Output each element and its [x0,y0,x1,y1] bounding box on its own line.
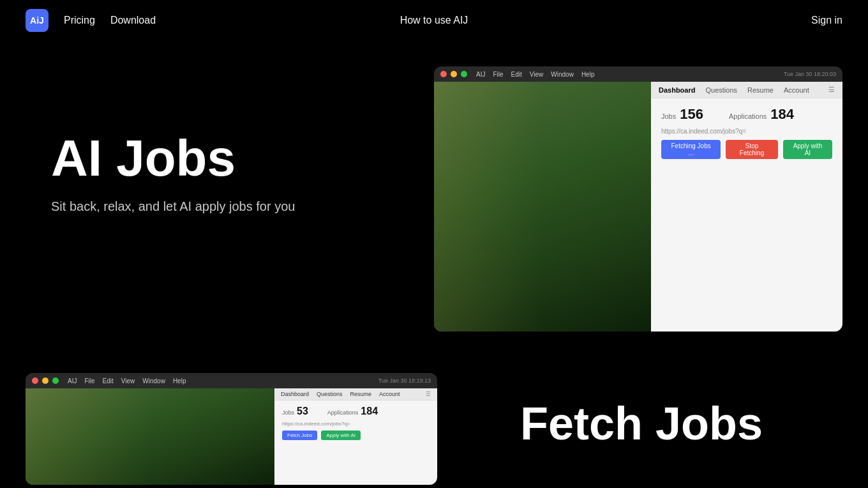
menu-file-small: File [84,377,94,385]
mac-window-body-small: Dashboard Questions Resume Account ☰ Job… [26,388,437,485]
menu-window: Window [551,71,574,78]
titlebar-menu: AIJ File Edit View Window Help [476,71,594,78]
mac-window-small: AIJ File Edit View Window Help Tue Jan 3… [26,373,437,485]
app-navbar-small: Dashboard Questions Resume Account ☰ [274,388,437,400]
hero-text: AI Jobs Sit back, relax, and let AI appl… [51,79,370,214]
app-stats-row-small: Jobs 53 Applications 184 [282,406,430,417]
mac-window-large: AIJ File Edit View Window Help Tue Jan 3… [434,66,842,332]
apply-with-ai-button-small[interactable]: Apply with AI [321,431,361,440]
applications-count: 184 [770,106,794,123]
app-url-large: https://ca.indeed.com/jobs?q= [661,128,832,135]
jobs-count: 156 [680,106,703,123]
menu-view: View [530,71,544,78]
second-section-title: Fetch Jobs [520,399,763,449]
nav-right: Sign in [811,15,842,26]
apply-with-ai-button[interactable]: Apply with AI [783,140,832,159]
hero-subtitle: Sit back, relax, and let AI apply jobs f… [51,199,370,214]
hamburger-icon-small[interactable]: ☰ [426,391,431,397]
jobs-count-small: 53 [297,406,308,417]
app-nav-account-small[interactable]: Account [379,391,400,397]
menu-edit: Edit [511,71,522,78]
menu-help-small: Help [173,377,186,385]
traffic-light-yellow-small [42,377,49,384]
navbar: AiJ Pricing Download How to use AIJ Sign… [0,0,868,41]
logo[interactable]: AiJ [26,9,49,32]
nav-download-link[interactable]: Download [110,15,156,26]
jobs-stat: Jobs 156 [661,106,703,123]
app-stats-row: Jobs 156 Applications 184 [661,106,832,123]
fetch-jobs-button-small[interactable]: Fetch Jobs [282,431,317,440]
app-panel-small: Dashboard Questions Resume Account ☰ Job… [274,388,437,485]
hamburger-icon[interactable]: ☰ [828,86,835,94]
traffic-light-red [440,71,447,77]
traffic-light-green-small [52,377,59,384]
menu-view-small: View [121,377,135,385]
second-section: AIJ File Edit View Window Help Tue Jan 3… [0,373,868,488]
mac-window-body-large: Dashboard Questions Resume Account ☰ Job… [434,82,842,332]
hero-section: AI Jobs Sit back, relax, and let AI appl… [0,41,868,373]
app-url-small: https://ca.indeed.com/jobs?q= [282,421,430,427]
second-screenshot: AIJ File Edit View Window Help Tue Jan 3… [26,373,440,485]
menu-aij-small: AIJ [68,377,77,385]
titlebar-time: Tue Jan 30 18:20:03 [784,71,836,77]
logo-text: AiJ [30,15,44,26]
hero-screenshot: AIJ File Edit View Window Help Tue Jan 3… [370,66,842,332]
second-section-text: Fetch Jobs [440,373,842,475]
app-nav-dashboard-small[interactable]: Dashboard [281,391,309,397]
mac-titlebar-small: AIJ File Edit View Window Help Tue Jan 3… [26,373,437,388]
jobs-stat-small: Jobs 53 [282,406,308,417]
applications-label: Applications [729,112,767,120]
titlebar-time-small: Tue Jan 30 18:19:13 [378,377,431,384]
mac-app-panel-large: Dashboard Questions Resume Account ☰ Job… [651,82,842,332]
nav-signin-link[interactable]: Sign in [811,15,842,26]
traffic-light-green [461,71,467,77]
menu-file: File [493,71,503,78]
applications-stat: Applications 184 [729,106,794,123]
applications-label-small: Applications [327,409,359,416]
nav-how-to-link[interactable]: How to use AIJ [400,15,468,26]
app-buttons-small: Fetch Jobs Apply with AI [282,431,430,440]
app-nav-resume-small[interactable]: Resume [350,391,372,397]
traffic-light-yellow [451,71,457,77]
applications-stat-small: Applications 184 [327,406,378,417]
menu-edit-small: Edit [103,377,114,385]
app-buttons-large: Fetching Jobs ... Stop Fetching Apply wi… [661,140,832,159]
app-nav-dashboard[interactable]: Dashboard [659,86,695,94]
menu-help: Help [581,71,595,78]
logo-box: AiJ [26,9,49,32]
app-content-small: Jobs 53 Applications 184 https://ca.inde… [274,400,437,485]
app-nav-resume[interactable]: Resume [747,86,774,94]
menu-aij: AIJ [476,71,485,78]
traffic-light-red-small [32,377,38,384]
fetch-jobs-button[interactable]: Fetching Jobs ... [661,140,721,159]
titlebar-menu-small: AIJ File Edit View Window Help [68,377,186,385]
app-nav-questions[interactable]: Questions [705,86,737,94]
hero-title: AI Jobs [51,130,370,187]
stop-fetching-button[interactable]: Stop Fetching [726,140,778,159]
mac-bg-landscape [434,82,651,332]
app-nav-account[interactable]: Account [784,86,809,94]
jobs-label-small: Jobs [282,409,294,416]
menu-window-small: Window [142,377,165,385]
nav-center: How to use AIJ [400,15,468,26]
nav-left-links: Pricing Download [64,15,156,26]
app-navbar-large: Dashboard Questions Resume Account ☰ [651,82,842,98]
nav-pricing-link[interactable]: Pricing [64,15,95,26]
mac-titlebar-large: AIJ File Edit View Window Help Tue Jan 3… [434,66,842,82]
mac-bg-landscape-small [26,388,274,485]
app-content-large: Jobs 156 Applications 184 https://ca.ind… [651,98,842,332]
app-nav-questions-small[interactable]: Questions [317,391,343,397]
jobs-label: Jobs [661,112,676,120]
applications-count-small: 184 [361,406,378,417]
